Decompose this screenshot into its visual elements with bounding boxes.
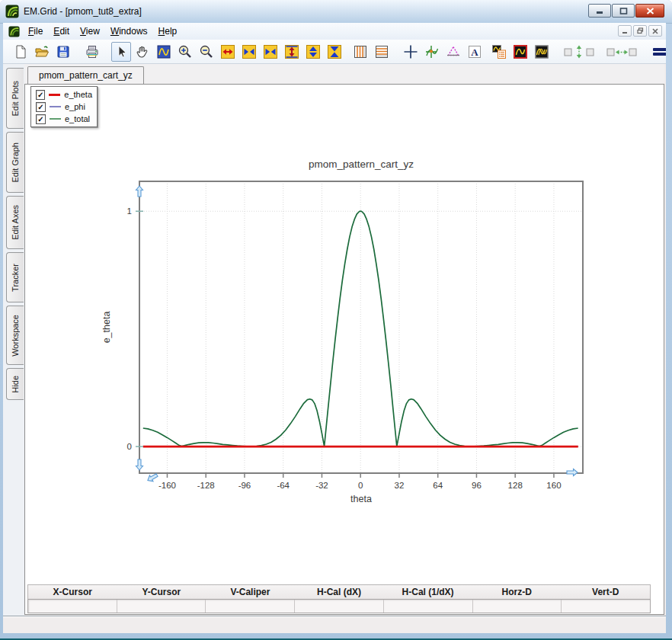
x-tick-label: 32: [395, 481, 405, 490]
legend-checkbox-e-theta[interactable]: ✓: [36, 90, 45, 100]
zoom-in-x-axis-button[interactable]: [261, 42, 280, 62]
menu-file[interactable]: File: [23, 24, 48, 38]
x-tick-label: 160: [546, 481, 561, 490]
legend-row-e-total: ✓e_total: [31, 113, 97, 125]
legend-checkbox-e-phi[interactable]: ✓: [36, 102, 46, 112]
plot-tab-label: pmom_pattern_cart_yz: [39, 70, 133, 81]
readout-col-h-cal-1-dx: H-Cal (1/dX): [383, 585, 472, 599]
vertical-gridlines-button[interactable]: [350, 42, 370, 62]
x-tick-label: 128: [508, 481, 523, 490]
side-tab-tracker[interactable]: Tracker: [6, 252, 24, 302]
y-tick-label: 1: [127, 206, 132, 216]
x-tick-label: 64: [433, 481, 443, 490]
mdi-minimize-button[interactable]: [618, 25, 632, 37]
side-tab-hide[interactable]: Hide: [6, 368, 24, 400]
side-tab-label: Edit Axes: [11, 205, 20, 240]
readout-col-v-caliper: V-Caliper: [206, 585, 295, 599]
layout-icon: [652, 46, 666, 57]
x-tick-label: 0: [358, 481, 363, 490]
readout-col-x-cursor: X-Cursor: [28, 585, 117, 599]
text-annotation-button[interactable]: A: [465, 42, 485, 62]
overlay-plots-button[interactable]: [532, 42, 552, 62]
menu-help[interactable]: Help: [153, 24, 183, 38]
legend-toggle-button[interactable]: [489, 42, 509, 62]
x-tick-label: -64: [277, 481, 290, 490]
zoom-out-x-axis-button[interactable]: [239, 42, 259, 62]
title-bar: EM.Grid - [pmom_tut8_extra]: [0, 0, 672, 24]
autoscale-view-button[interactable]: [154, 42, 174, 62]
zoom-out-button[interactable]: [197, 42, 216, 62]
legend-swatch-e-theta: [49, 94, 60, 96]
readout-col-horz-d: Horz-D: [472, 585, 562, 599]
legend-row-e-phi: ✓e_phi: [31, 101, 97, 113]
zoom-in-y-axis-button[interactable]: [325, 42, 344, 62]
toolbar: A Layout: [3, 40, 666, 64]
menu-edit[interactable]: Edit: [48, 24, 75, 38]
single-plot-window-button[interactable]: [510, 42, 530, 62]
tab-strip: pmom_pattern_cart_yz: [24, 64, 664, 84]
zoom-in-button[interactable]: [175, 42, 195, 62]
new-button[interactable]: [11, 42, 30, 62]
menu-bar: FileEditViewWindowsHelp: [3, 23, 666, 40]
horizontal-gridlines-button[interactable]: [372, 42, 392, 62]
app-logo-icon: [5, 5, 19, 18]
readout-col-h-cal-dx: H-Cal (dX): [295, 585, 384, 599]
side-tab-label: Edit Graph: [11, 142, 20, 183]
legend-row-e-theta: ✓e_theta: [31, 88, 97, 101]
zoom-out-y-axis-button[interactable]: [303, 42, 323, 62]
minimize-button[interactable]: [588, 4, 611, 18]
legend-box: ✓e_theta✓e_phi✓e_total: [30, 86, 98, 127]
chart[interactable]: -160-128-96-64-32032649612816001pmom_pat…: [99, 152, 594, 510]
x-tick-label: -160: [158, 481, 176, 490]
side-tab-strip: Edit PlotsEdit GraphEdit AxesTrackerWork…: [3, 64, 24, 616]
x-tick-label: -32: [315, 481, 328, 490]
legend-label: e_phi: [65, 102, 85, 111]
menu-view[interactable]: View: [75, 24, 105, 38]
readout-cell-h-cal-dx: [295, 600, 384, 613]
x-axis-label: theta: [350, 494, 372, 504]
caliper-button[interactable]: [443, 42, 463, 62]
readout-col-y-cursor: Y-Cursor: [117, 585, 206, 599]
side-tab-edit-plots[interactable]: Edit Plots: [6, 68, 24, 129]
expand-y-axis-button[interactable]: [282, 42, 302, 62]
side-tab-edit-graph[interactable]: Edit Graph: [6, 132, 24, 193]
pan-tool-button[interactable]: [133, 42, 152, 62]
layout-button[interactable]: Layout: [649, 42, 666, 62]
maximize-button[interactable]: [612, 4, 635, 18]
plot-tab[interactable]: pmom_pattern_cart_yz: [27, 66, 144, 84]
svg-text:A: A: [471, 46, 478, 57]
save-button[interactable]: [53, 42, 73, 62]
open-button[interactable]: [32, 42, 52, 62]
legend-checkbox-e-total[interactable]: ✓: [36, 114, 46, 124]
pointer-tool-button[interactable]: [111, 42, 131, 62]
split-vertical-button[interactable]: [561, 42, 597, 62]
workspace-area: Edit PlotsEdit GraphEdit AxesTrackerWork…: [3, 64, 666, 633]
side-tab-label: Edit Plots: [11, 81, 20, 116]
readout-cell-horz-d: [473, 600, 562, 613]
app-window: EM.Grid - [pmom_tut8_extra] FileEditView…: [0, 0, 672, 640]
legend-swatch-e-phi: [50, 106, 61, 107]
tracker-button[interactable]: [422, 42, 442, 62]
side-tab-workspace[interactable]: Workspace: [6, 306, 24, 365]
split-horizontal-button[interactable]: [603, 42, 640, 62]
document-logo-icon: [8, 26, 20, 37]
menu-windows[interactable]: Windows: [105, 24, 153, 38]
print-button[interactable]: [82, 42, 102, 62]
x-tick-label: -96: [238, 481, 251, 490]
y-tick-label: 0: [127, 442, 132, 451]
close-button[interactable]: [635, 4, 664, 18]
readout-cell-x-cursor: [28, 600, 117, 613]
mdi-restore-button[interactable]: [633, 25, 647, 37]
readout-table: X-CursorY-CursorV-CaliperH-Cal (dX)H-Cal…: [27, 584, 651, 613]
readout-cell-vert-d: [562, 600, 650, 613]
x-tick-label: -128: [197, 481, 215, 490]
readout-col-vert-d: Vert-D: [561, 585, 650, 599]
legend-label: e_total: [65, 114, 90, 123]
mdi-close-button[interactable]: [648, 25, 662, 37]
crosshair-cursor-button[interactable]: [401, 42, 421, 62]
expand-x-axis-button[interactable]: [218, 42, 238, 62]
legend-label: e_theta: [64, 90, 92, 99]
readout-cell-h-cal-1-dx: [384, 600, 473, 613]
window-title: EM.Grid - [pmom_tut8_extra]: [24, 6, 142, 17]
side-tab-edit-axes[interactable]: Edit Axes: [6, 196, 24, 249]
